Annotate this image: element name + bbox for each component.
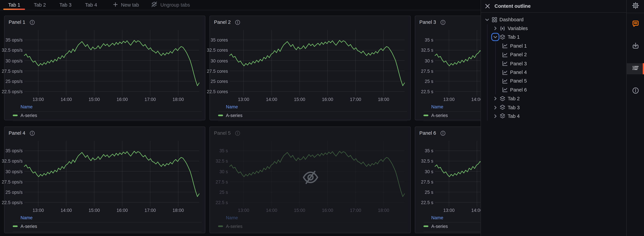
panel-4: Panel 435 ops/s32.5 ops/s30 ops/s27.5 op… — [4, 126, 205, 233]
legend-series-label: A-series — [431, 224, 448, 229]
chevron-right-icon[interactable] — [492, 96, 498, 102]
legend-series-row[interactable]: A-series — [218, 222, 407, 230]
content-outline-sidebar: Content outline DashboardVariablesTab 1P… — [480, 0, 626, 236]
y-tick-label: 25 s — [425, 79, 434, 84]
panel-title[interactable]: Panel 4 — [8, 130, 25, 136]
chart-area[interactable]: 13:0014:0015:0016:0017:0018:00 — [435, 141, 480, 206]
info-button[interactable] — [627, 84, 644, 98]
legend-series-row[interactable]: A-series — [13, 222, 202, 230]
chart-area[interactable]: 13:0014:0015:0016:0017:0018:00 — [24, 141, 199, 206]
x-tick-label: 18:00 — [172, 97, 184, 102]
outline-item-dashboard[interactable]: Dashboard — [481, 15, 626, 24]
ungroup-tabs-button[interactable]: Ungroup tabs — [146, 0, 195, 10]
outline-item-panel-6[interactable]: Panel 6 — [481, 86, 626, 94]
x-tick-label: 14:00 — [266, 208, 277, 213]
y-tick-label: 35 s — [425, 148, 434, 153]
info-icon[interactable] — [30, 130, 35, 136]
tab-tab-2[interactable]: Tab 2 — [29, 0, 51, 10]
export-button[interactable] — [627, 40, 644, 54]
y-axis: 35 ops/s32.5 ops/s30 ops/s27.5 ops/s25 o… — [8, 30, 24, 96]
y-tick-label: 22.5 s — [421, 89, 433, 94]
outline-item-label: Tab 4 — [508, 113, 520, 119]
legend-name-header[interactable]: Name — [431, 104, 480, 110]
series-color-swatch — [424, 225, 428, 227]
new-tab-button[interactable]: New tab — [108, 0, 144, 10]
x-tick-label: 17:00 — [350, 208, 361, 213]
outline-item-tab-3[interactable]: Tab 3 — [481, 103, 626, 112]
settings-button[interactable] — [627, 0, 644, 13]
chevron-down-icon[interactable] — [484, 17, 490, 22]
outline-item-variables[interactable]: Variables — [481, 24, 626, 33]
chart-icon — [502, 69, 508, 75]
y-tick-label: 27.5 s — [216, 179, 228, 184]
legend-name-header[interactable]: Name — [20, 215, 202, 221]
y-tick-label: 32.5 cores — [207, 48, 228, 53]
outline-item-panel-1[interactable]: Panel 1 — [481, 42, 626, 50]
info-icon[interactable] — [30, 20, 35, 25]
dashboard-icon — [491, 16, 497, 22]
panel-title[interactable]: Panel 5 — [214, 130, 231, 136]
y-tick-label: 22.5 s — [421, 200, 433, 205]
chevron-right-icon[interactable] — [492, 104, 498, 110]
x-tick-label: 16:00 — [322, 208, 333, 213]
close-icon[interactable] — [485, 4, 490, 8]
legend-name-header[interactable]: Name — [20, 104, 202, 110]
info-icon[interactable] — [235, 20, 240, 25]
chevron-right-icon[interactable] — [492, 26, 498, 31]
outline-item-panel-5[interactable]: Panel 5 — [481, 77, 626, 86]
gear-icon — [632, 2, 639, 11]
sidebar-title: Content outline — [494, 3, 531, 9]
y-axis: 35 s32.5 s30 s27.5 s25 s22.5 s — [419, 30, 435, 96]
x-tick-label: 15:00 — [88, 208, 100, 213]
legend-divider — [218, 232, 407, 232]
series-color-swatch — [218, 114, 223, 116]
legend-series-label: A-series — [226, 113, 242, 118]
x-tick-label: 16:00 — [116, 97, 128, 102]
outline-item-tab-1[interactable]: Tab 1 — [481, 33, 626, 42]
chart-area[interactable]: 13:0014:0015:0016:0017:0018:00 — [435, 30, 480, 96]
chart-area[interactable]: 13:0014:0015:0016:0017:0018:00 — [230, 30, 404, 96]
info-icon[interactable] — [440, 20, 446, 25]
panel-title[interactable]: Panel 2 — [214, 19, 231, 25]
outline-item-label: Panel 4 — [510, 70, 527, 75]
legend-series-row[interactable]: A-series — [424, 112, 480, 119]
tab-tab-4[interactable]: Tab 4 — [80, 0, 102, 10]
legend: NameA-series — [419, 215, 480, 232]
comments-button[interactable] — [627, 17, 644, 31]
chart-icon — [502, 87, 508, 93]
chevron-right-icon[interactable] — [492, 113, 498, 119]
y-tick-label: 25 cores — [210, 79, 228, 84]
outline-item-tab-2[interactable]: Tab 2 — [481, 94, 626, 103]
x-tick-label: 13:00 — [443, 208, 454, 213]
y-tick-label: 30 ops/s — [6, 169, 23, 174]
panel-title[interactable]: Panel 6 — [419, 130, 436, 136]
x-tick-label: 17:00 — [350, 97, 361, 102]
legend-series-row[interactable]: A-series — [13, 112, 202, 119]
chart-icon — [502, 60, 508, 66]
outline-item-panel-4[interactable]: Panel 4 — [481, 68, 626, 77]
legend: NameA-series — [8, 215, 202, 232]
panel-title[interactable]: Panel 1 — [8, 19, 25, 25]
legend-series-row[interactable]: A-series — [218, 112, 407, 119]
tab-tab-1[interactable]: Tab 1 — [3, 0, 25, 10]
tab-tab-3[interactable]: Tab 3 — [54, 0, 76, 10]
panel-title[interactable]: Panel 3 — [419, 19, 436, 25]
info-icon[interactable] — [440, 130, 446, 136]
outline-item-label: Variables — [508, 26, 528, 31]
legend-name-header[interactable]: Name — [226, 215, 407, 221]
outline-item-tab-4[interactable]: Tab 4 — [481, 112, 626, 120]
x-tick-label: 17:00 — [144, 208, 156, 213]
outline-item-panel-2[interactable]: Panel 2 — [481, 50, 626, 59]
info-icon[interactable] — [235, 130, 240, 136]
ungroup-layers-slash-icon — [151, 1, 157, 8]
series-line — [435, 40, 480, 86]
chart-area[interactable]: 13:0014:0015:0016:0017:0018:00 — [24, 30, 199, 96]
legend-series-row[interactable]: A-series — [424, 222, 480, 230]
legend-name-header[interactable]: Name — [431, 215, 480, 221]
content-outline-button[interactable] — [627, 63, 644, 74]
series-color-swatch — [13, 225, 18, 227]
chevron-down-icon[interactable] — [492, 34, 498, 40]
legend-divider — [424, 232, 480, 232]
outline-item-panel-3[interactable]: Panel 3 — [481, 59, 626, 68]
legend-name-header[interactable]: Name — [226, 104, 407, 110]
